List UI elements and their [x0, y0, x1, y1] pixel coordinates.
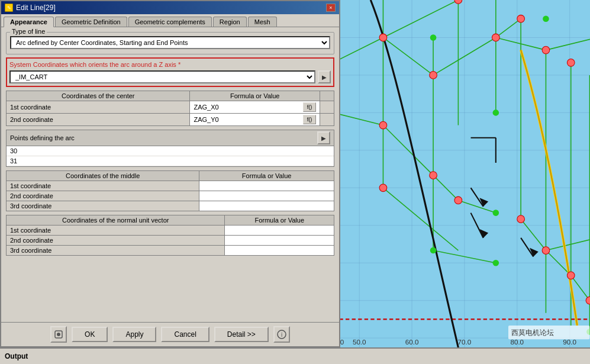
- svg-point-78: [493, 260, 499, 266]
- svg-point-55: [430, 72, 437, 79]
- output-label: Output: [5, 352, 28, 360]
- footer-icon-btn[interactable]: [50, 326, 67, 343]
- svg-point-75: [493, 109, 499, 116]
- normal-coords-header1: Coordinates of the normal unit vector: [7, 215, 225, 226]
- system-coords-label: System Coordinates which orients the arc…: [9, 61, 331, 68]
- table-row: 3rd coordinate: [7, 201, 334, 211]
- detail-button[interactable]: Detail >>: [214, 327, 269, 342]
- svg-point-77: [493, 210, 499, 216]
- center-1st-value: ZAG_X0 f(): [190, 101, 320, 114]
- center-coords-table-section: Coordinates of the center Formula or Val…: [6, 91, 334, 126]
- table-row: 2nd coordinate ZAG_Y0 f(): [7, 114, 334, 126]
- dialog-title: Edit Line[29]: [16, 4, 56, 12]
- middle-2nd-value: [199, 191, 334, 201]
- cad-canvas: 50.0 60.0 70.0 80.0 90.0 0.0 西莫电机论坛: [340, 0, 590, 347]
- dialog-body: Type of line Arc defined by Center Coord…: [1, 27, 339, 322]
- tab-appearance[interactable]: Appearance: [4, 17, 54, 27]
- points-nav-btn[interactable]: ▶: [317, 131, 330, 144]
- tabs-row: Appearance Geometric Definition Geometri…: [1, 14, 339, 27]
- middle-2nd-label: 2nd coordinate: [7, 191, 199, 201]
- normal-coords-header2: Formula or Value: [225, 215, 334, 226]
- svg-point-59: [379, 121, 387, 129]
- table-row: 1st coordinate ZAG_X0 f(): [7, 101, 334, 114]
- center-coords-table: Coordinates of the center Formula or Val…: [6, 91, 334, 126]
- formula-btn-2[interactable]: f(): [303, 115, 316, 124]
- list-item: 31: [7, 156, 334, 166]
- svg-point-54: [379, 34, 387, 41]
- normal-coords-table: Coordinates of the normal unit vector Fo…: [6, 215, 334, 256]
- svg-text:i: i: [281, 331, 282, 338]
- center-coords-header1: Coordinates of the center: [7, 91, 190, 101]
- apply-button[interactable]: Apply: [112, 327, 156, 342]
- svg-point-71: [430, 34, 437, 41]
- normal-2nd-label: 2nd coordinate: [7, 236, 225, 246]
- type-of-line-group: Type of line Arc defined by Center Coord…: [6, 32, 334, 54]
- type-of-line-label: Type of line: [10, 28, 47, 35]
- list-item: 30: [7, 146, 334, 156]
- tab-geometric-definition[interactable]: Geometric Definition: [55, 17, 127, 27]
- points-header: Points defining the arc ▶: [6, 130, 334, 146]
- formula-btn-1[interactable]: f(): [303, 102, 316, 112]
- system-coords-group: System Coordinates which orients the arc…: [6, 57, 334, 87]
- svg-point-64: [542, 247, 550, 255]
- svg-text:60.0: 60.0: [405, 338, 419, 346]
- tab-mesh[interactable]: Mesh: [248, 17, 277, 27]
- dialog-icon: ✎: [5, 4, 13, 12]
- svg-text:70.0: 70.0: [458, 338, 472, 346]
- system-coords-nav-btn[interactable]: ▶: [318, 70, 331, 83]
- svg-point-61: [379, 184, 387, 192]
- points-list: 30 31: [6, 146, 334, 167]
- middle-1st-value: [199, 181, 334, 191]
- middle-3rd-label: 3rd coordinate: [7, 201, 199, 211]
- svg-point-67: [542, 46, 550, 54]
- svg-point-58: [517, 15, 525, 22]
- middle-1st-label: 1st coordinate: [7, 181, 199, 191]
- svg-point-68: [567, 59, 575, 66]
- close-button[interactable]: ×: [326, 4, 336, 12]
- normal-2nd-value: [225, 236, 334, 246]
- normal-coords-table-section: Coordinates of the normal unit vector Fo…: [6, 215, 334, 256]
- table-row: 1st coordinate: [7, 181, 334, 191]
- tab-region[interactable]: Region: [213, 17, 247, 27]
- type-of-line-select[interactable]: Arc defined by Center Coordinates, Start…: [10, 36, 330, 49]
- center-1st-label: 1st coordinate: [7, 101, 190, 114]
- table-row: 2nd coordinate: [7, 191, 334, 201]
- edit-line-dialog: ✎ Edit Line[29] × Appearance Geometric D…: [0, 0, 340, 347]
- system-coords-input-row: _IM_CART ▶: [9, 70, 331, 83]
- normal-1st-value: [225, 226, 334, 236]
- svg-point-63: [517, 215, 525, 223]
- svg-point-72: [543, 15, 549, 22]
- info-icon-btn[interactable]: i: [273, 326, 290, 343]
- output-bar: Output: [0, 347, 590, 364]
- middle-coords-header1: Coordinates of the middle: [7, 171, 199, 181]
- svg-point-62: [454, 197, 462, 204]
- svg-point-65: [567, 272, 575, 279]
- middle-coords-table: Coordinates of the middle Formula or Val…: [6, 170, 334, 211]
- title-left: ✎ Edit Line[29]: [5, 4, 56, 12]
- svg-rect-4: [340, 0, 590, 347]
- center-2nd-label: 2nd coordinate: [7, 114, 190, 126]
- svg-point-60: [430, 172, 437, 179]
- dialog-titlebar: ✎ Edit Line[29] ×: [1, 1, 339, 14]
- center-2nd-value: ZAG_Y0 f(): [190, 114, 320, 126]
- dialog-footer: OK Apply Cancel Detail >> i: [1, 322, 339, 346]
- cad-panel: 50.0 60.0 70.0 80.0 90.0 0.0 西莫电机论坛: [340, 0, 590, 347]
- svg-text:0.0: 0.0: [340, 338, 344, 346]
- middle-coords-header2: Formula or Value: [199, 171, 334, 181]
- svg-point-57: [492, 34, 499, 41]
- svg-text:西莫电机论坛: 西莫电机论坛: [511, 328, 554, 336]
- middle-coords-table-section: Coordinates of the middle Formula or Val…: [6, 170, 334, 211]
- system-coords-select[interactable]: _IM_CART: [9, 70, 315, 83]
- normal-1st-label: 1st coordinate: [7, 226, 225, 236]
- middle-3rd-value: [199, 201, 334, 211]
- cancel-button[interactable]: Cancel: [161, 327, 209, 342]
- normal-3rd-value: [225, 246, 334, 256]
- svg-text:50.0: 50.0: [353, 338, 366, 346]
- ok-button[interactable]: OK: [72, 327, 108, 342]
- table-row: 1st coordinate: [7, 226, 334, 236]
- tab-geometric-complements[interactable]: Geometric complements: [128, 17, 212, 27]
- normal-3rd-label: 3rd coordinate: [7, 246, 225, 256]
- table-row: 3rd coordinate: [7, 246, 334, 256]
- center-coords-header2: Formula or Value: [190, 91, 320, 101]
- table-row: 2nd coordinate: [7, 236, 334, 246]
